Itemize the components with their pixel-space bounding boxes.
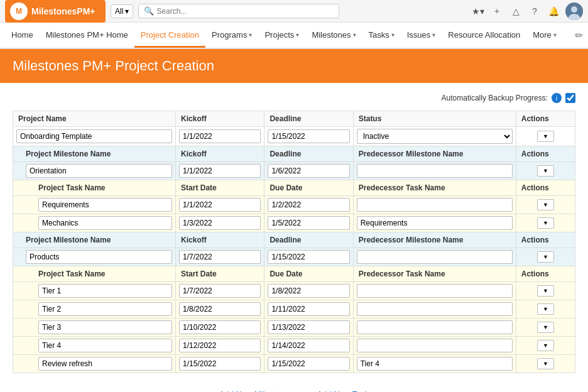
task-pred-cell-1-1	[353, 196, 516, 214]
task-name-input-2-2[interactable]	[38, 302, 172, 316]
task-start-input-1-2[interactable]	[179, 216, 261, 230]
nav-milestones-home[interactable]: Milestones PM+ Home	[40, 24, 134, 48]
task-name-input-1-1[interactable]	[38, 198, 172, 212]
nav-more[interactable]: More ▾	[526, 24, 563, 48]
task-start-input-2-5[interactable]	[179, 357, 261, 371]
task-name-cell-2-2	[13, 300, 176, 318]
project-deadline-input[interactable]	[268, 129, 349, 143]
milestone-name-input-1[interactable]	[26, 164, 172, 178]
task-name-input-2-3[interactable]	[38, 320, 172, 334]
nav-tasks[interactable]: Tasks ▾	[362, 24, 401, 48]
milestone-actions-cell-2	[516, 248, 575, 266]
task-due-cell-2-1	[264, 282, 353, 300]
task-name-input-2-5[interactable]	[38, 357, 172, 371]
task-start-input-2-2[interactable]	[179, 302, 261, 316]
milestone-pred-input-1[interactable]	[357, 164, 513, 178]
nav-issues[interactable]: Issues ▾	[401, 24, 442, 48]
task-pred-input-2-1[interactable]	[357, 284, 513, 298]
task-name-input-2-1[interactable]	[38, 284, 172, 298]
task-name-input-1-2[interactable]	[38, 216, 172, 230]
task-pred-input-1-2[interactable]	[357, 216, 513, 230]
task-actions-button-2-3[interactable]	[537, 322, 554, 333]
nav-project-creation[interactable]: Project Creation	[134, 24, 205, 48]
task-due-input-2-2[interactable]	[268, 302, 349, 316]
task-actions-button-2-1[interactable]	[537, 285, 554, 297]
milestone-deadline-input-2[interactable]	[268, 250, 349, 264]
task-actions-button-1-2[interactable]	[537, 217, 554, 229]
all-dropdown[interactable]: All ▾	[111, 4, 133, 18]
add-milestone-button[interactable]: Add New Milestone	[212, 386, 297, 392]
search-input[interactable]	[156, 7, 334, 16]
task-start-input-2-3[interactable]	[179, 320, 261, 334]
milestone-kickoff-input-1[interactable]	[179, 164, 261, 178]
milestone-pred-input-2[interactable]	[357, 250, 513, 264]
task-name-cell-2-1	[13, 282, 176, 300]
task-actions-cell-2-2	[516, 300, 575, 318]
task-pred-input-2-3[interactable]	[357, 320, 513, 334]
notification-icon[interactable]: 🔔	[547, 4, 560, 18]
nav-resource-allocation[interactable]: Resource Allocation	[442, 24, 526, 48]
task-name-input-2-4[interactable]	[38, 339, 172, 352]
task-due-input-2-5[interactable]	[268, 357, 349, 371]
page-header: Milestones PM+ Project Creation	[0, 49, 588, 83]
task-pred-input-2-2[interactable]	[357, 302, 513, 316]
project-status-select[interactable]: Inactive Active On Hold Complete	[357, 129, 513, 144]
task-due-header-1: Due Date	[264, 180, 353, 196]
project-kickoff-cell	[176, 127, 264, 146]
milestone-actions-button-1[interactable]	[537, 165, 554, 177]
task-pred-cell-2-2	[353, 300, 516, 318]
task-pred-input-2-5[interactable]	[357, 357, 513, 371]
star-icon[interactable]: ★▾	[471, 4, 485, 18]
milestone-header-row-1: Project Milestone Name Kickoff Deadline …	[13, 146, 575, 162]
task-actions-button-2-5[interactable]	[537, 358, 554, 369]
project-actions-cell	[516, 127, 575, 146]
milestone-kickoff-input-2[interactable]	[179, 250, 261, 264]
task-pred-cell-2-3	[353, 318, 516, 337]
all-label: All	[115, 7, 123, 16]
task-due-input-1-2[interactable]	[268, 216, 349, 230]
task-due-input-2-3[interactable]	[268, 320, 349, 334]
task-row-2-5	[13, 355, 575, 373]
project-actions-button[interactable]	[537, 131, 554, 142]
nav-programs[interactable]: Programs ▾	[205, 24, 258, 48]
task-due-input-2-4[interactable]	[268, 339, 349, 352]
task-due-input-2-1[interactable]	[268, 284, 349, 298]
task-actions-cell-1-2	[516, 214, 575, 232]
task-start-input-2-4[interactable]	[179, 339, 261, 352]
backup-checkbox[interactable]	[565, 93, 575, 103]
task-start-input-2-1[interactable]	[179, 284, 261, 298]
avatar[interactable]	[565, 3, 583, 20]
task-start-cell-2-2	[176, 300, 264, 318]
edit-icon[interactable]: ✏	[575, 30, 583, 41]
kickoff-header: Kickoff	[176, 111, 264, 127]
nav-home[interactable]: Home	[5, 24, 40, 48]
task-actions-button-1-1[interactable]	[537, 199, 554, 210]
backup-label: Automatically Backup Progress:	[442, 94, 548, 102]
milestone-actions-button-2[interactable]	[537, 251, 554, 263]
task-row-2-2	[13, 300, 575, 318]
nav-projects[interactable]: Projects ▾	[258, 24, 305, 48]
actions-header: Actions	[516, 111, 575, 127]
task-start-input-1-1[interactable]	[179, 198, 261, 212]
task-row-2-1	[13, 282, 575, 300]
project-kickoff-input[interactable]	[179, 129, 261, 143]
task-pred-input-2-4[interactable]	[357, 339, 513, 352]
add-icon[interactable]: ＋	[490, 4, 504, 18]
help-icon[interactable]: ?	[528, 4, 542, 18]
milestone-name-input-2[interactable]	[26, 250, 172, 264]
task-actions-button-2-4[interactable]	[537, 340, 554, 351]
task-actions-button-2-2[interactable]	[537, 303, 554, 315]
task-name-cell-1-2	[13, 214, 176, 232]
bell-alert-icon[interactable]: △	[509, 4, 523, 18]
task-due-input-1-1[interactable]	[268, 198, 349, 212]
logo-area: M MilestonesPM+	[5, 0, 106, 23]
task-pred-input-1-1[interactable]	[357, 198, 513, 212]
project-name-input[interactable]	[16, 129, 172, 143]
backup-info-icon[interactable]: i	[552, 93, 562, 103]
milestone-deadline-input-1[interactable]	[268, 164, 349, 178]
task-name-cell-1-1	[13, 196, 176, 214]
add-task-button[interactable]: Add New Task	[310, 386, 377, 392]
task-start-header-2: Start Date	[176, 266, 264, 282]
nav-milestones[interactable]: Milestones ▾	[305, 24, 362, 48]
project-status-cell: Inactive Active On Hold Complete	[353, 127, 516, 146]
